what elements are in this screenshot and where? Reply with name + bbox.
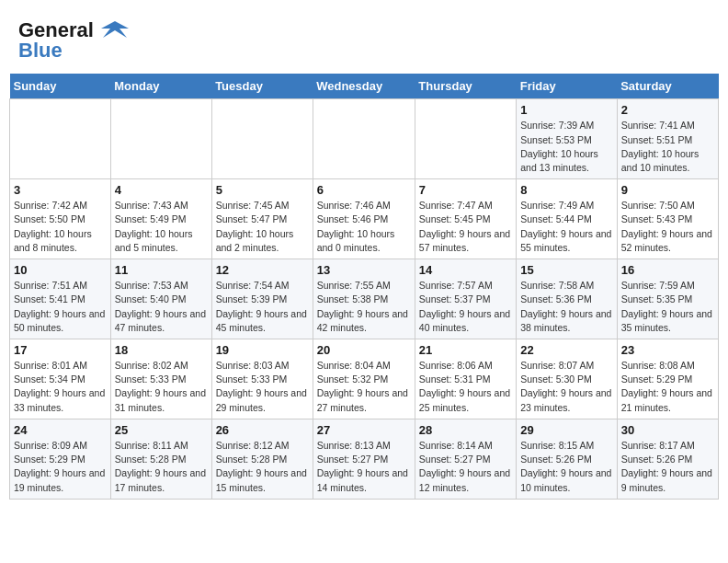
day-number: 11 — [115, 263, 208, 277]
day-info: Sunrise: 8:17 AM Sunset: 5:26 PM Dayligh… — [621, 439, 714, 495]
calendar-cell: 12Sunrise: 7:54 AM Sunset: 5:39 PM Dayli… — [211, 259, 313, 339]
day-number: 1 — [520, 103, 612, 117]
day-info: Sunrise: 7:49 AM Sunset: 5:44 PM Dayligh… — [520, 199, 612, 255]
day-number: 24 — [14, 423, 107, 437]
calendar-cell: 26Sunrise: 8:12 AM Sunset: 5:28 PM Dayli… — [211, 419, 313, 499]
day-number: 10 — [14, 263, 107, 277]
day-info: Sunrise: 7:59 AM Sunset: 5:35 PM Dayligh… — [621, 279, 714, 335]
column-header-friday: Friday — [517, 74, 617, 99]
page-header: General Blue — [9, 9, 719, 66]
day-info: Sunrise: 7:47 AM Sunset: 5:45 PM Dayligh… — [419, 199, 512, 255]
calendar-cell — [10, 99, 111, 179]
day-number: 28 — [419, 423, 512, 437]
calendar-cell: 27Sunrise: 8:13 AM Sunset: 5:27 PM Dayli… — [313, 419, 415, 499]
calendar-cell: 23Sunrise: 8:08 AM Sunset: 5:29 PM Dayli… — [617, 339, 718, 419]
calendar-cell — [110, 99, 211, 179]
day-number: 17 — [14, 343, 107, 357]
day-info: Sunrise: 8:08 AM Sunset: 5:29 PM Dayligh… — [621, 359, 714, 415]
calendar-cell: 29Sunrise: 8:15 AM Sunset: 5:26 PM Dayli… — [517, 419, 617, 499]
day-info: Sunrise: 7:42 AM Sunset: 5:50 PM Dayligh… — [14, 199, 107, 255]
day-info: Sunrise: 7:43 AM Sunset: 5:49 PM Dayligh… — [115, 199, 208, 255]
day-number: 27 — [317, 423, 411, 437]
calendar-cell: 16Sunrise: 7:59 AM Sunset: 5:35 PM Dayli… — [617, 259, 718, 339]
day-info: Sunrise: 7:51 AM Sunset: 5:41 PM Dayligh… — [14, 279, 107, 335]
day-info: Sunrise: 7:45 AM Sunset: 5:47 PM Dayligh… — [216, 199, 309, 255]
day-number: 16 — [621, 263, 714, 277]
calendar-cell: 24Sunrise: 8:09 AM Sunset: 5:29 PM Dayli… — [10, 419, 111, 499]
day-number: 2 — [621, 103, 714, 117]
calendar-cell: 20Sunrise: 8:04 AM Sunset: 5:32 PM Dayli… — [313, 339, 415, 419]
day-info: Sunrise: 7:53 AM Sunset: 5:40 PM Dayligh… — [115, 279, 208, 335]
day-number: 20 — [317, 343, 411, 357]
calendar-cell: 13Sunrise: 7:55 AM Sunset: 5:38 PM Dayli… — [313, 259, 415, 339]
day-number: 13 — [317, 263, 411, 277]
day-info: Sunrise: 8:06 AM Sunset: 5:31 PM Dayligh… — [419, 359, 512, 415]
logo: General Blue — [18, 18, 129, 62]
calendar-cell: 7Sunrise: 7:47 AM Sunset: 5:45 PM Daylig… — [415, 179, 516, 259]
day-info: Sunrise: 7:55 AM Sunset: 5:38 PM Dayligh… — [317, 279, 411, 335]
day-info: Sunrise: 7:57 AM Sunset: 5:37 PM Dayligh… — [419, 279, 512, 335]
day-number: 25 — [115, 423, 208, 437]
column-header-saturday: Saturday — [617, 74, 718, 99]
calendar-cell: 2Sunrise: 7:41 AM Sunset: 5:51 PM Daylig… — [617, 99, 718, 179]
calendar-cell: 15Sunrise: 7:58 AM Sunset: 5:36 PM Dayli… — [517, 259, 617, 339]
day-number: 22 — [520, 343, 612, 357]
day-number: 29 — [520, 423, 612, 437]
calendar-cell — [313, 99, 415, 179]
calendar-cell: 28Sunrise: 8:14 AM Sunset: 5:27 PM Dayli… — [415, 419, 516, 499]
logo-bird-icon — [101, 19, 129, 43]
day-info: Sunrise: 7:50 AM Sunset: 5:43 PM Dayligh… — [621, 199, 714, 255]
column-header-thursday: Thursday — [415, 74, 516, 99]
day-info: Sunrise: 8:14 AM Sunset: 5:27 PM Dayligh… — [419, 439, 512, 495]
calendar-cell: 25Sunrise: 8:11 AM Sunset: 5:28 PM Dayli… — [110, 419, 211, 499]
svg-marker-0 — [101, 21, 129, 38]
day-info: Sunrise: 7:41 AM Sunset: 5:51 PM Dayligh… — [621, 119, 714, 175]
day-number: 9 — [621, 183, 714, 197]
day-number: 19 — [216, 343, 309, 357]
column-header-monday: Monday — [110, 74, 211, 99]
day-info: Sunrise: 8:15 AM Sunset: 5:26 PM Dayligh… — [520, 439, 612, 495]
day-number: 3 — [14, 183, 107, 197]
calendar-cell: 17Sunrise: 8:01 AM Sunset: 5:34 PM Dayli… — [10, 339, 111, 419]
calendar-cell: 4Sunrise: 7:43 AM Sunset: 5:49 PM Daylig… — [110, 179, 211, 259]
calendar-cell: 21Sunrise: 8:06 AM Sunset: 5:31 PM Dayli… — [415, 339, 516, 419]
calendar-cell: 5Sunrise: 7:45 AM Sunset: 5:47 PM Daylig… — [211, 179, 313, 259]
day-number: 30 — [621, 423, 714, 437]
day-number: 4 — [115, 183, 208, 197]
day-info: Sunrise: 8:02 AM Sunset: 5:33 PM Dayligh… — [115, 359, 208, 415]
day-info: Sunrise: 7:46 AM Sunset: 5:46 PM Dayligh… — [317, 199, 411, 255]
day-info: Sunrise: 8:04 AM Sunset: 5:32 PM Dayligh… — [317, 359, 411, 415]
calendar-cell — [415, 99, 516, 179]
day-number: 5 — [216, 183, 309, 197]
day-number: 23 — [621, 343, 714, 357]
day-number: 14 — [419, 263, 512, 277]
day-info: Sunrise: 8:09 AM Sunset: 5:29 PM Dayligh… — [14, 439, 107, 495]
day-info: Sunrise: 8:03 AM Sunset: 5:33 PM Dayligh… — [216, 359, 309, 415]
calendar-table: SundayMondayTuesdayWednesdayThursdayFrid… — [9, 74, 719, 499]
day-info: Sunrise: 8:11 AM Sunset: 5:28 PM Dayligh… — [115, 439, 208, 495]
calendar-cell: 22Sunrise: 8:07 AM Sunset: 5:30 PM Dayli… — [517, 339, 617, 419]
calendar-cell: 3Sunrise: 7:42 AM Sunset: 5:50 PM Daylig… — [10, 179, 111, 259]
day-info: Sunrise: 8:07 AM Sunset: 5:30 PM Dayligh… — [520, 359, 612, 415]
day-info: Sunrise: 7:54 AM Sunset: 5:39 PM Dayligh… — [216, 279, 309, 335]
day-info: Sunrise: 7:58 AM Sunset: 5:36 PM Dayligh… — [520, 279, 612, 335]
day-info: Sunrise: 7:39 AM Sunset: 5:53 PM Dayligh… — [520, 119, 612, 175]
calendar-cell: 18Sunrise: 8:02 AM Sunset: 5:33 PM Dayli… — [110, 339, 211, 419]
column-header-tuesday: Tuesday — [211, 74, 313, 99]
calendar-cell: 14Sunrise: 7:57 AM Sunset: 5:37 PM Dayli… — [415, 259, 516, 339]
day-number: 21 — [419, 343, 512, 357]
day-number: 26 — [216, 423, 309, 437]
day-number: 7 — [419, 183, 512, 197]
day-number: 18 — [115, 343, 208, 357]
calendar-cell: 10Sunrise: 7:51 AM Sunset: 5:41 PM Dayli… — [10, 259, 111, 339]
column-header-wednesday: Wednesday — [313, 74, 415, 99]
calendar-cell: 6Sunrise: 7:46 AM Sunset: 5:46 PM Daylig… — [313, 179, 415, 259]
day-number: 15 — [520, 263, 612, 277]
calendar-cell: 9Sunrise: 7:50 AM Sunset: 5:43 PM Daylig… — [617, 179, 718, 259]
calendar-cell — [211, 99, 313, 179]
day-number: 8 — [520, 183, 612, 197]
day-number: 12 — [216, 263, 309, 277]
calendar-cell: 8Sunrise: 7:49 AM Sunset: 5:44 PM Daylig… — [517, 179, 617, 259]
calendar-cell: 1Sunrise: 7:39 AM Sunset: 5:53 PM Daylig… — [517, 99, 617, 179]
day-info: Sunrise: 8:12 AM Sunset: 5:28 PM Dayligh… — [216, 439, 309, 495]
